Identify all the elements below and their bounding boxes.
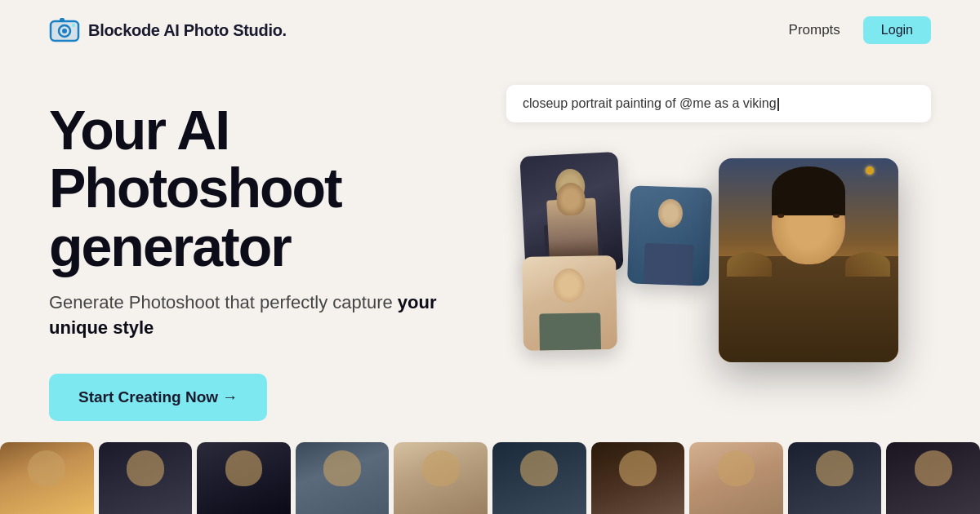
strip-photo-4 — [296, 442, 390, 514]
cursor — [777, 98, 779, 111]
collage-photo-2 — [627, 185, 712, 286]
strip-photo-8 — [689, 442, 783, 514]
strip-photo-3 — [197, 442, 291, 514]
login-button[interactable]: Login — [863, 16, 931, 44]
strip-photo-6 — [492, 442, 586, 514]
svg-rect-4 — [60, 18, 65, 22]
right-column: closeup portrait painting of @me as a vi… — [490, 85, 931, 444]
strip-photo-7 — [591, 442, 685, 514]
strip-photo-1 — [0, 442, 94, 514]
strip-photo-5 — [394, 442, 488, 514]
logo-text: Blockode AI Photo Studio. — [88, 21, 287, 40]
strip-photo-2 — [99, 442, 193, 514]
main-content: Your AI Photoshoot generator Generate Ph… — [0, 60, 980, 444]
strip-photo-9 — [788, 442, 882, 514]
nav-prompts-link[interactable]: Prompts — [789, 22, 840, 38]
bottom-photo-strip — [0, 442, 980, 514]
left-column: Your AI Photoshoot generator Generate Ph… — [49, 85, 457, 421]
hero-subtitle: Generate Photoshoot that perfectly captu… — [49, 290, 457, 341]
collage-photo-3 — [522, 255, 617, 351]
photo-collage — [490, 138, 931, 444]
svg-point-3 — [62, 29, 67, 33]
svg-point-5 — [72, 24, 75, 27]
hero-title: Your AI Photoshoot generator — [49, 101, 457, 276]
prompt-text: closeup portrait painting of @me as a vi… — [523, 96, 777, 110]
nav: Prompts Login — [789, 16, 931, 44]
strip-photo-10 — [886, 442, 980, 514]
cta-button[interactable]: Start Creating Now → — [49, 374, 267, 421]
collage-photo-featured — [719, 158, 898, 362]
subtitle-plain: Generate Photoshoot that perfectly captu… — [49, 292, 398, 312]
prompt-display: closeup portrait painting of @me as a vi… — [506, 85, 931, 122]
logo-icon — [49, 15, 80, 46]
header: Blockode AI Photo Studio. Prompts Login — [0, 0, 980, 60]
logo-area: Blockode AI Photo Studio. — [49, 15, 287, 46]
